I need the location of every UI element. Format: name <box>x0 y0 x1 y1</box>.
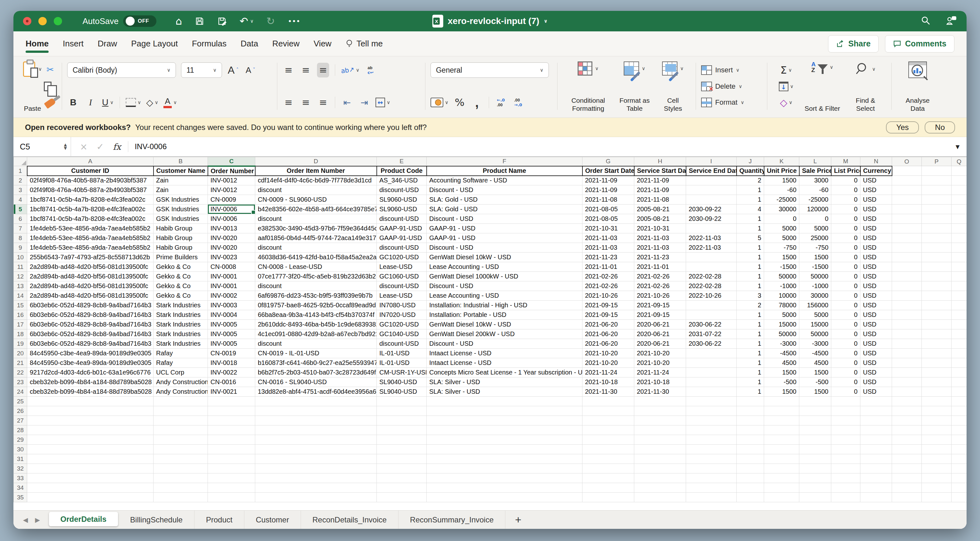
cell[interactable]: 1fe4deb5-53ee-4856-a9da-7aea4eb585b2 <box>27 224 154 233</box>
cell[interactable]: 84c45950-c3be-4ea9-89da-90189d9e0305 <box>27 349 154 358</box>
column-header-A[interactable]: A <box>27 157 154 166</box>
row-header-13[interactable]: 13 <box>14 281 27 291</box>
cell[interactable] <box>27 435 154 445</box>
cell[interactable]: 2021-11-03 <box>634 243 686 252</box>
cell[interactable] <box>686 425 737 435</box>
cell[interactable] <box>582 493 634 502</box>
cell[interactable] <box>831 454 861 464</box>
cell[interactable] <box>377 425 427 435</box>
cell[interactable] <box>951 358 967 368</box>
cell[interactable]: INV-0023 <box>208 252 255 262</box>
cell[interactable] <box>922 281 951 291</box>
cell[interactable] <box>951 166 967 176</box>
cell[interactable] <box>892 310 922 320</box>
cell[interactable]: cbeb32eb-b099-4b84-a184-88d789ba5028 <box>27 377 154 387</box>
cell[interactable]: 0 <box>764 214 799 224</box>
cell[interactable]: 2021-02-26 <box>634 281 686 291</box>
cell[interactable]: 84c45950-c3be-4ea9-89da-90189d9e0305 <box>27 358 154 368</box>
cell[interactable]: 5000 <box>764 224 799 233</box>
accounting-format-button[interactable]: ∨ <box>431 95 449 110</box>
cell[interactable] <box>686 368 737 377</box>
cell[interactable] <box>634 397 686 406</box>
cell[interactable]: 0 <box>831 387 861 397</box>
cell[interactable]: Lease-USD <box>377 291 427 301</box>
cell[interactable] <box>951 397 967 406</box>
cell[interactable]: 2021-11-03 <box>582 243 634 252</box>
cell[interactable]: Habib Group <box>154 243 208 252</box>
cell[interactable] <box>686 493 737 502</box>
cell[interactable]: INV-0001 <box>208 281 255 291</box>
cell[interactable]: 2021-11-24 <box>634 368 686 377</box>
no-button[interactable]: No <box>925 121 955 134</box>
cell[interactable]: 5000 <box>799 310 831 320</box>
cell[interactable] <box>27 406 154 416</box>
cell[interactable] <box>922 243 951 252</box>
cell[interactable]: b160873f-c641-46b0-9c27-ea25e5593947 <box>255 358 377 368</box>
row-header-33[interactable]: 33 <box>14 474 27 483</box>
cell[interactable] <box>377 454 427 464</box>
cell[interactable]: discount-USD <box>377 339 427 349</box>
cell[interactable] <box>799 416 831 425</box>
cell[interactable]: -25000 <box>799 195 831 204</box>
column-header-C[interactable]: C <box>208 157 255 166</box>
cell[interactable]: Discount - USD <box>427 281 582 291</box>
cell[interactable]: 0 <box>831 368 861 377</box>
cell[interactable] <box>799 406 831 416</box>
cell[interactable]: 2b610ddc-8493-46ba-b45b-1c9de6839382 <box>255 320 377 329</box>
cell[interactable]: GC1040-USD <box>377 329 427 339</box>
cell[interactable]: GAAP-91-USD <box>377 233 427 243</box>
name-box[interactable]: C5 ▲▼ <box>13 137 71 156</box>
cell[interactable]: USD <box>861 339 892 349</box>
cell[interactable]: 2030-09-22 <box>686 214 737 224</box>
cell[interactable] <box>892 406 922 416</box>
cell[interactable]: 13dd82e8-abf4-4751-acdf-60d4ee3956a6 <box>255 387 377 397</box>
cell[interactable]: 1 <box>737 349 764 358</box>
cell[interactable] <box>686 377 737 387</box>
cell[interactable] <box>582 474 634 483</box>
cell[interactable] <box>582 483 634 493</box>
cell[interactable] <box>686 483 737 493</box>
cell[interactable] <box>861 474 892 483</box>
cell[interactable]: USD <box>861 377 892 387</box>
cell[interactable]: 2021-11-03 <box>634 233 686 243</box>
sheet-tab-reconsummary_invoice[interactable]: ReconSummary_Invoice <box>399 511 505 529</box>
cell[interactable]: 78000 <box>764 301 799 310</box>
cell[interactable]: SLA: Silver - USD <box>427 387 582 397</box>
cell[interactable] <box>951 176 967 185</box>
cell[interactable] <box>861 454 892 464</box>
cell[interactable] <box>582 425 634 435</box>
cell[interactable] <box>892 252 922 262</box>
row-header-24[interactable]: 24 <box>14 387 27 397</box>
comments-button[interactable]: Comments <box>885 35 955 53</box>
bold-button[interactable]: B <box>67 95 80 110</box>
cell[interactable]: USD <box>861 176 892 185</box>
merge-center-button[interactable]: ↔∨ <box>375 95 390 110</box>
cell[interactable]: Lease-USD <box>377 262 427 272</box>
cell[interactable]: 2021-11-24 <box>582 368 634 377</box>
cell[interactable]: 4500 <box>799 358 831 368</box>
cell[interactable] <box>27 464 154 474</box>
cell[interactable]: cdf14ef4-d4f0-4c6c-b6d9-7f778de3d1cd <box>255 176 377 185</box>
cell[interactable]: IL-01-USD <box>377 358 427 368</box>
cell[interactable]: Customer ID <box>27 166 154 176</box>
cell[interactable] <box>951 320 967 329</box>
cell[interactable]: IN7080-USD <box>377 301 427 310</box>
cell[interactable]: Concepts Micro Seat License - 1 Year sub… <box>427 368 582 377</box>
cell[interactable] <box>427 474 582 483</box>
cell[interactable]: 0 <box>831 358 861 368</box>
cell[interactable]: 2021-10-18 <box>582 377 634 387</box>
cell[interactable]: Order Number <box>208 166 255 176</box>
cell[interactable] <box>861 397 892 406</box>
cell[interactable]: 2021-02-26 <box>634 272 686 281</box>
cell[interactable]: 2020-06-21 <box>634 320 686 329</box>
cell[interactable]: 2022-02-28 <box>686 281 737 291</box>
cell[interactable]: Discount - USD <box>427 243 582 252</box>
cell[interactable]: USD <box>861 358 892 368</box>
cell[interactable] <box>427 435 582 445</box>
cell[interactable]: 2021-06-20 <box>582 329 634 339</box>
cell[interactable]: 255b6543-7a97-4793-af25-8c558713d62b <box>27 252 154 262</box>
cell[interactable]: 2021-11-01 <box>634 262 686 272</box>
cell[interactable]: 02f49f08-476a-40b5-887a-2b4903bf5387 <box>27 176 154 185</box>
cell[interactable] <box>582 435 634 445</box>
row-header-19[interactable]: 19 <box>14 339 27 349</box>
